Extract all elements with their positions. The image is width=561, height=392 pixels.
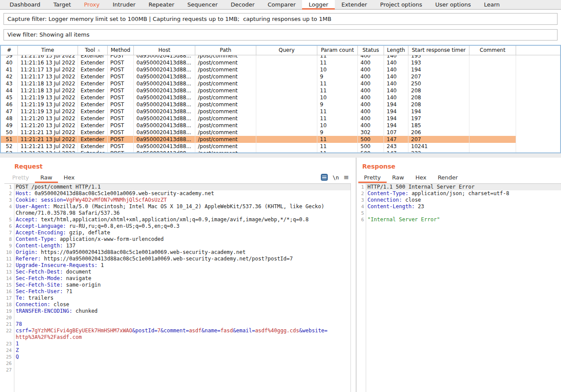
splitter[interactable] [0,153,561,158]
view-filter-bar[interactable]: View filter: Showing all items [3,29,558,41]
request-tab-pretty[interactable]: Pretty [7,174,35,182]
request-tab-raw[interactable]: Raw [35,174,58,182]
table-row[interactable]: 5011:21:21 13 Jul 2022ExtenderPOST0a9500… [1,129,560,136]
top-tab-logger[interactable]: Logger [302,0,335,9]
cell-start-response-timer: 208 [408,87,469,94]
cell-comment [469,59,516,66]
column-header-label: Comment [480,46,506,55]
column-header-length[interactable]: Length [384,46,408,55]
column-header-query[interactable]: Query [256,46,317,55]
menu-icon[interactable]: ≡ [343,173,349,181]
column-header-spacer[interactable] [516,46,560,55]
cell-tool: Extender [78,122,108,129]
line-number: 14 [4,275,14,282]
line-number: 25 [4,354,14,360]
code-line: 12Upgrade-Insecure-Requests: 1 [4,262,350,269]
panel-divider[interactable] [356,158,357,392]
cell-comment [469,66,516,73]
column-header-comment[interactable]: Comment [469,46,516,55]
table-row[interactable]: 4911:21:20 13 Jul 2022ExtenderPOST0a9500… [1,122,560,129]
code-line-text: Sec-Fetch-Mode: navigate [16,275,329,282]
response-tab-pretty[interactable]: Pretty [358,174,387,182]
column-header-start-response-timer[interactable]: Start response timer [408,46,469,55]
cell-spacer [516,94,560,101]
table-row[interactable]: 4211:21:17 13 Jul 2022ExtenderPOST0a9500… [1,73,560,80]
table-row[interactable]: 3911:21:16 13 Jul 2022ExtenderPOST0a9500… [1,55,560,59]
top-tab-intruder[interactable]: Intruder [106,0,142,9]
column-header-[interactable]: # [1,46,18,55]
column-header-status[interactable]: Status [358,46,384,55]
request-editor[interactable]: 1POST /post/comment HTTP/1.12Host: 0a950… [4,184,351,392]
cell-length: 140 [384,80,408,87]
cell-status: 400 [358,55,384,59]
newline-icon[interactable]: \n [333,175,339,181]
cell-tool: Extender [78,136,108,143]
request-gutter-separator [14,184,14,392]
table-row[interactable]: 4411:21:18 13 Jul 2022ExtenderPOST0a9500… [1,87,560,94]
cell-status: 400 [358,108,384,115]
cell-param-count: 11 [317,80,358,87]
code-line: 15Sec-Fetch-Site: same-origin [4,282,350,288]
code-line: 5 [358,210,561,216]
cell-length: 107 [384,129,408,136]
table-row[interactable]: 5311:21:22 13 Jul 2022ExtenderPOST0a9500… [1,150,560,152]
cell-length: 140 [384,59,408,66]
response-gutter-separator [366,184,366,392]
top-tab-project-options[interactable]: Project options [374,0,429,9]
pretty-print-icon[interactable] [321,174,328,181]
table-row[interactable]: 4711:21:19 13 Jul 2022ExtenderPOST0a9500… [1,108,560,115]
top-tab-repeater[interactable]: Repeater [142,0,181,9]
cell-length: 194 [384,101,408,108]
top-tab-decoder[interactable]: Decoder [224,0,261,9]
column-header-time[interactable]: Time [18,46,78,55]
cell-tool: Extender [78,150,108,152]
code-line-text: Q [16,354,329,360]
cell-query [256,73,317,80]
top-tab-extender[interactable]: Extender [335,0,374,9]
top-tab-proxy[interactable]: Proxy [78,0,106,9]
top-tab-dashboard[interactable]: Dashboard [3,0,47,9]
request-tab-hex[interactable]: Hex [58,174,80,182]
column-header-param-count[interactable]: Param count [317,46,358,55]
table-row[interactable]: 4511:21:19 13 Jul 2022ExtenderPOST0a9500… [1,94,560,101]
code-line: 9Content-Length: 137 [4,243,350,249]
code-line-text [16,367,329,373]
top-tab-comparer[interactable]: Comparer [261,0,302,9]
code-line-text: Accept-Language: ru-RU,ru;q=0.8,en-US;q=… [16,223,329,230]
response-tab-raw[interactable]: Raw [387,174,410,182]
response-editor[interactable]: 1HTTP/1.1 500 Internal Server Error2Cont… [358,184,561,392]
capture-filter-bar[interactable]: Capture filter: Logger memory limit set … [3,13,558,25]
cell-method: POST [108,108,134,115]
table-row[interactable]: 5211:21:21 13 Jul 2022ExtenderPOST0a9500… [1,143,560,150]
top-tab-user-options[interactable]: User options [429,0,478,9]
code-line: 2Host: 0a9500020413d88ac08c5c1e001a0069.… [4,190,350,197]
cell-path: /post/comment [195,129,256,136]
table-row[interactable]: 4611:21:19 13 Jul 2022ExtenderPOST0a9500… [1,101,560,108]
table-row[interactable]: 4811:21:20 13 Jul 2022ExtenderPOST0a9500… [1,115,560,122]
table-row[interactable]: 4311:21:18 13 Jul 2022ExtenderPOST0a9500… [1,80,560,87]
cell-param-count: 11 [317,59,358,66]
cell-status: 400 [358,87,384,94]
column-header-path[interactable]: Path [195,46,256,55]
cell-path: /post/comment [195,143,256,150]
cell-comment [469,94,516,101]
top-tab-learn[interactable]: Learn [477,0,506,9]
column-header-host[interactable]: Host [134,46,195,55]
column-header-tool[interactable]: Tool∧ [78,46,108,55]
top-tab-target[interactable]: Target [47,0,78,9]
line-number: 18 [4,301,14,308]
table-row[interactable]: 4011:21:16 13 Jul 2022ExtenderPOST0a9500… [1,59,560,66]
top-tab-sequencer[interactable]: Sequencer [181,0,224,9]
sort-ascending-icon: ∧ [97,46,100,55]
cell-comment [469,108,516,115]
code-line: 20 [4,314,350,321]
response-tab-hex[interactable]: Hex [410,174,432,182]
cell-num: 46 [1,101,18,108]
line-number: 5 [358,210,366,216]
table-row[interactable]: 4111:21:17 13 Jul 2022ExtenderPOST0a9500… [1,66,560,73]
column-header-method[interactable]: Method [108,46,134,55]
response-tab-render[interactable]: Render [432,174,463,182]
code-line: 19tRANSFER-ENCODING: chunked [4,308,350,314]
cell-time: 11:21:20 13 Jul 2022 [18,122,78,129]
table-row[interactable]: 5111:21:21 13 Jul 2022ExtenderPOST0a9500… [1,136,560,143]
